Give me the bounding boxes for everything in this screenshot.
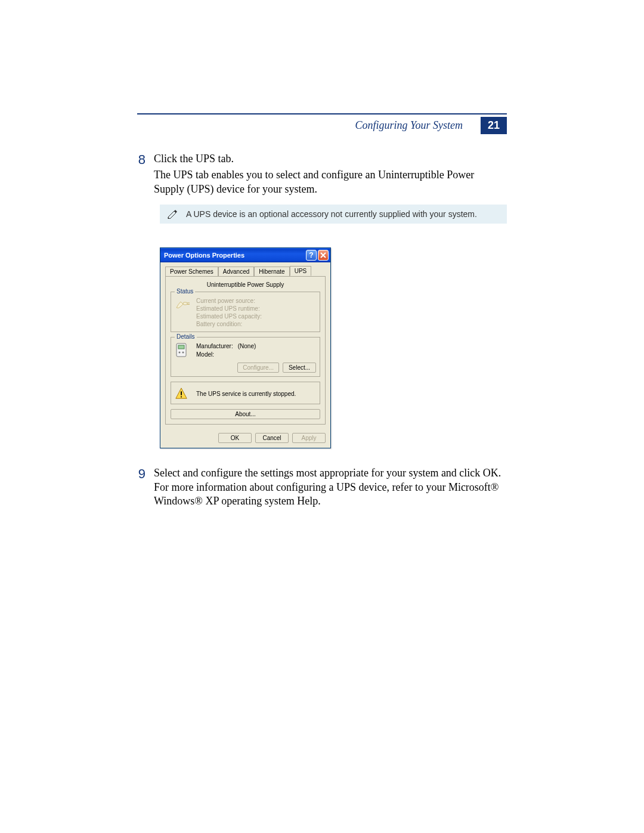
tab-hibernate[interactable]: Hibernate (254, 267, 289, 277)
manufacturer-label: Manufacturer: (196, 342, 233, 351)
details-legend: Details (175, 333, 197, 340)
dialog-tabs: Power Schemes Advanced Hibernate UPS (165, 266, 326, 277)
status-legend: Status (175, 288, 195, 295)
svg-point-6 (182, 352, 184, 354)
ups-subheader: Uninterruptible Power Supply (171, 281, 320, 288)
ups-tab-panel: Uninterruptible Power Supply Status (165, 276, 326, 425)
help-button[interactable]: ? (306, 250, 317, 261)
step9-text: Select and configure the settings most a… (154, 466, 507, 508)
svg-point-5 (179, 352, 181, 354)
warning-icon (175, 387, 188, 400)
tab-power-schemes[interactable]: Power Schemes (165, 267, 218, 277)
status-line-3: Estimated UPS capacity: (196, 312, 262, 320)
tab-ups[interactable]: UPS (290, 266, 312, 276)
svg-rect-0 (183, 302, 187, 305)
about-button[interactable]: About... (171, 409, 320, 419)
status-group: Status Current p (171, 292, 320, 332)
page-header: Configuring Your System 21 (137, 0, 507, 134)
warning-text: The UPS service is currently stopped. (196, 391, 296, 397)
cancel-button[interactable]: Cancel (255, 433, 289, 443)
section-title: Configuring Your System (355, 119, 463, 132)
dialog-title: Power Options Properties (164, 252, 305, 259)
step-number: 8 (137, 152, 145, 199)
step8-line2: The UPS tab enables you to select and co… (154, 168, 507, 196)
note-text: A UPS device is an optional accessory no… (186, 209, 477, 219)
step-9: 9 Select and configure the settings most… (137, 466, 507, 510)
status-line-4: Battery condition: (196, 320, 262, 328)
ok-button[interactable]: OK (218, 433, 252, 443)
tab-advanced[interactable]: Advanced (218, 267, 254, 277)
step-8: 8 Click the UPS tab. The UPS tab enables… (137, 152, 507, 199)
step-number: 9 (137, 466, 145, 510)
configure-button[interactable]: Configure... (237, 363, 279, 373)
status-line-2: Estimated UPS runtime: (196, 305, 262, 312)
warning-group: The UPS service is currently stopped. (171, 382, 320, 404)
pencil-note-icon (167, 209, 180, 219)
status-line-1: Current power source: (196, 297, 262, 305)
note-callout: A UPS device is an optional accessory no… (160, 205, 507, 224)
svg-rect-4 (178, 345, 184, 349)
svg-rect-8 (181, 397, 182, 398)
svg-rect-7 (181, 392, 182, 395)
ups-device-icon (175, 342, 188, 358)
close-button[interactable] (318, 250, 329, 261)
page-number: 21 (481, 117, 507, 134)
power-options-dialog: Power Options Properties ? Power Schemes… (160, 247, 331, 448)
select-button[interactable]: Select... (283, 363, 316, 373)
apply-button[interactable]: Apply (292, 433, 326, 443)
details-group: Details (171, 337, 320, 377)
close-icon (320, 252, 326, 258)
manufacturer-value: (None) (238, 342, 256, 351)
step8-line1: Click the UPS tab. (154, 152, 507, 166)
model-label: Model: (196, 351, 214, 359)
dialog-titlebar[interactable]: Power Options Properties ? (160, 248, 330, 262)
plug-icon (175, 297, 190, 311)
